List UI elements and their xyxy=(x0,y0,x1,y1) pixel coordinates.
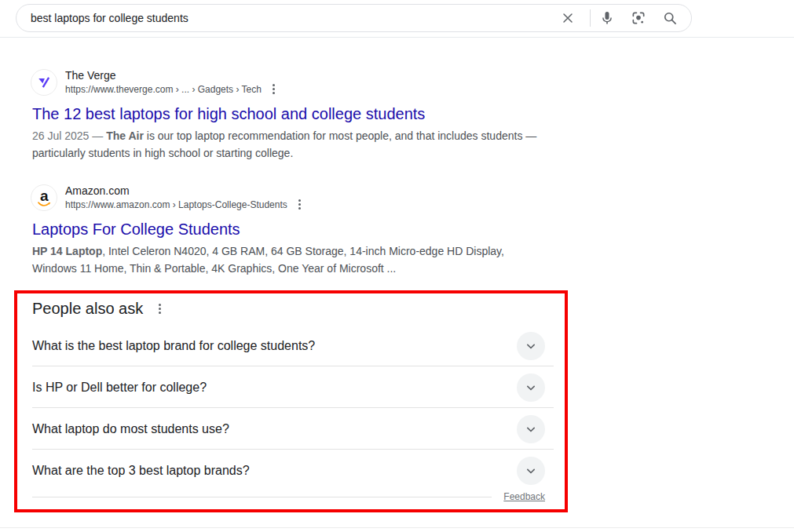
feedback-link[interactable]: Feedback xyxy=(503,491,545,502)
search-bar[interactable]: best laptops for college students xyxy=(16,4,692,32)
the-verge-favicon-icon[interactable] xyxy=(31,69,57,96)
result-url[interactable]: https://www.theverge.com › ... › Gadgets… xyxy=(65,83,262,96)
result-source-meta: The Verge https://www.theverge.com › ...… xyxy=(65,68,276,96)
clear-icon[interactable] xyxy=(558,9,577,27)
result-source-name[interactable]: Amazon.com xyxy=(65,184,302,198)
snippet-text: , Intel Celeron N4020, 4 GB RAM, 64 GB S… xyxy=(32,245,504,275)
result-snippet: 26 Jul 2025 — The Air is our top laptop … xyxy=(32,127,551,162)
paa-question-text: What laptop do most students use? xyxy=(32,422,229,436)
result-snippet: HP 14 Laptop, Intel Celeron N4020, 4 GB … xyxy=(32,242,551,277)
paa-question-text: Is HP or Dell better for college? xyxy=(32,381,207,395)
page-bottom-divider xyxy=(0,527,794,528)
paa-bottom-divider xyxy=(32,497,492,497)
result-more-options-icon[interactable] xyxy=(271,82,276,96)
snippet-date: 26 Jul 2025 — xyxy=(32,129,106,142)
result-more-options-icon[interactable] xyxy=(297,198,302,211)
chevron-down-icon[interactable] xyxy=(517,415,545,443)
people-also-ask-header: People also ask xyxy=(32,299,163,318)
search-bar-icons xyxy=(558,9,691,27)
paa-question-row[interactable]: What laptop do most students use? xyxy=(32,409,554,450)
result-source-row: The Verge https://www.theverge.com › ...… xyxy=(31,68,555,96)
chevron-down-icon[interactable] xyxy=(517,373,545,402)
snippet-bold: HP 14 Laptop xyxy=(32,245,102,257)
google-search-results-page: best laptops for college students xyxy=(0,0,794,532)
search-result-the-verge: The Verge https://www.theverge.com › ...… xyxy=(31,68,555,162)
result-title-link[interactable]: Laptops For College Students xyxy=(32,219,555,239)
paa-question-row[interactable]: Is HP or Dell better for college? xyxy=(32,367,554,408)
result-source-name[interactable]: The Verge xyxy=(65,68,276,82)
search-result-amazon: a Amazon.com https://www.amazon.com › La… xyxy=(31,184,555,277)
result-source-meta: Amazon.com https://www.amazon.com › Lapt… xyxy=(65,184,302,211)
chevron-down-icon[interactable] xyxy=(517,457,545,485)
search-header: best laptops for college students xyxy=(0,0,794,38)
snippet-bold: The Air xyxy=(106,129,144,142)
result-title-link[interactable]: The 12 best laptops for high school and … xyxy=(32,104,555,124)
people-also-ask-title: People also ask xyxy=(32,299,143,318)
search-icon[interactable] xyxy=(660,9,679,27)
paa-question-text: What are the top 3 best laptop brands? xyxy=(32,464,250,478)
paa-question-row[interactable]: What are the top 3 best laptop brands? xyxy=(32,450,554,491)
paa-more-options-icon[interactable] xyxy=(157,302,163,315)
paa-question-row[interactable]: What is the best laptop brand for colleg… xyxy=(32,326,554,366)
chevron-down-icon[interactable] xyxy=(517,332,545,360)
paa-question-text: What is the best laptop brand for colleg… xyxy=(32,339,315,353)
amazon-favicon-icon[interactable]: a xyxy=(31,184,57,211)
search-input[interactable]: best laptops for college students xyxy=(31,12,558,24)
search-bar-divider xyxy=(590,9,591,27)
lens-icon[interactable] xyxy=(629,9,648,27)
microphone-icon[interactable] xyxy=(598,9,617,27)
result-source-row: a Amazon.com https://www.amazon.com › La… xyxy=(31,184,555,211)
result-url[interactable]: https://www.amazon.com › Laptops-College… xyxy=(65,199,287,211)
